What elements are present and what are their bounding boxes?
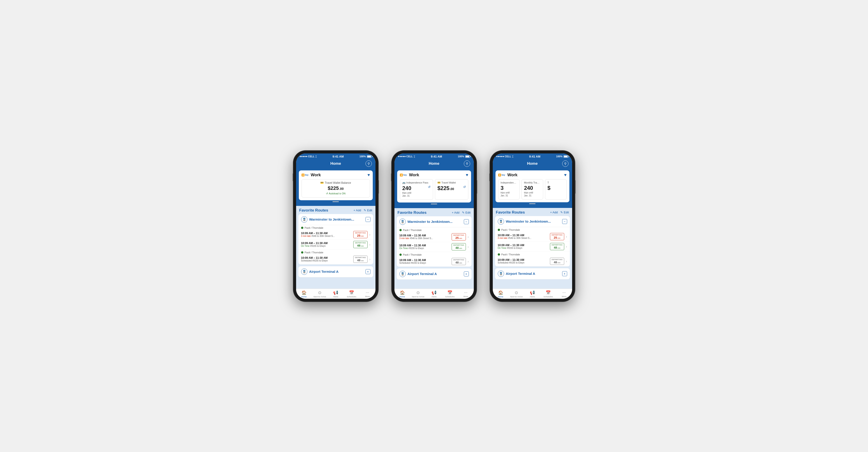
- tab-next-to-arrive[interactable]: ⊙Next-to-Arrive: [410, 289, 426, 299]
- card-header: ɸkeyWork♥: [400, 173, 468, 177]
- trip-row[interactable]: 10:09 AM – 11:30 AMOn Time #9155 to Elwy…: [397, 242, 471, 252]
- tab-icon-2: 📢: [333, 290, 338, 295]
- refresh-icon[interactable]: ↺: [463, 185, 466, 189]
- favorite-heart-icon[interactable]: ♥: [368, 173, 370, 177]
- phone-screen: CELL⌶9:41 AM100%Home⚲ɸkeyWork♥💳Travel Wa…: [296, 154, 375, 299]
- power-button[interactable]: [575, 180, 576, 194]
- tab-schedules[interactable]: 📅Schedules: [540, 289, 556, 299]
- edit-routes-button[interactable]: ✎ Edit: [462, 211, 470, 214]
- tab-alerts[interactable]: 📢Alerts: [524, 289, 540, 299]
- trip-row[interactable]: 10:09 AM – 11:30 AMOn Time #9155 to Elwy…: [298, 240, 373, 250]
- favorite-heart-icon[interactable]: ♥: [564, 173, 567, 177]
- line-label: Paoli / Thorndale: [397, 227, 471, 232]
- tab-label-2: Alerts: [333, 296, 338, 298]
- profile-icon[interactable]: ⚲: [464, 160, 470, 167]
- transit-card: ɸkeyWork♥💳Travel Wallet Balance$225.00↺A…: [299, 170, 373, 200]
- route-train-icon: 🚆: [301, 216, 307, 223]
- card-scroll-indicator: [397, 202, 471, 205]
- line-dot: [498, 253, 500, 256]
- routes-title: Favorite Routes: [496, 210, 525, 215]
- tab-home[interactable]: 🏠Home: [296, 289, 312, 299]
- routes-title: Favorite Routes: [398, 211, 427, 215]
- expand-route-button[interactable]: +: [562, 271, 567, 276]
- add-route-button[interactable]: + Add: [452, 211, 460, 214]
- tab-next-to-arrive[interactable]: ⊙Next-to-Arrive: [312, 289, 328, 299]
- page-title: Home: [330, 161, 341, 166]
- chevron-right-icon: ›: [566, 235, 567, 238]
- tab-more[interactable]: ···More: [556, 289, 572, 299]
- tab-bar: 🏠Home⊙Next-to-Arrive📢Alerts📅Schedules···…: [493, 289, 572, 299]
- route-name: Warminster to Jenkintown...: [506, 220, 551, 223]
- trip-row[interactable]: 10:09 AM – 11:30 AM3 min late #546 to 30…: [397, 232, 471, 242]
- tab-schedules[interactable]: 📅Schedules: [344, 289, 360, 299]
- route-name: Airport Terminal A: [506, 272, 535, 276]
- tab-home[interactable]: 🏠Home: [493, 289, 508, 299]
- nav-bar: Home⚲: [395, 160, 474, 168]
- tab-icon-4: ···: [562, 290, 566, 295]
- main-content: Favorite Routes+ Add✎ Edit🚆Warminster to…: [493, 208, 572, 289]
- tab-next-to-arrive[interactable]: ⊙Next-to-Arrive: [508, 289, 524, 299]
- chevron-right-icon: ›: [369, 257, 370, 261]
- tab-more[interactable]: ···More: [360, 289, 375, 299]
- collapse-route-button[interactable]: −: [562, 219, 567, 224]
- route-name: Airport Terminal A: [408, 272, 437, 276]
- power-button[interactable]: [378, 180, 379, 194]
- edit-routes-button[interactable]: ✎ Edit: [560, 211, 569, 214]
- favorite-heart-icon[interactable]: ♥: [466, 173, 468, 177]
- edit-routes-button[interactable]: ✎ Edit: [364, 208, 372, 212]
- key-logo-row: ɸkeyWork: [302, 173, 321, 177]
- tab-label-0: Home: [400, 296, 405, 298]
- route-train-icon: 🚆: [498, 218, 504, 225]
- tab-schedules[interactable]: 📅Schedules: [442, 289, 458, 299]
- trip-row[interactable]: 10:09 AM – 11:30 AMOn Time #9155 to Elwy…: [495, 242, 570, 252]
- card-scroll-indicator: [495, 202, 569, 205]
- tab-more[interactable]: ···More: [458, 289, 473, 299]
- line-name: Paoli / Thorndale: [305, 226, 323, 229]
- trip-row[interactable]: 10:09 AM – 11:30 AMScheduled #9155 to El…: [397, 257, 471, 267]
- trip-row[interactable]: 10:09 AM – 11:30 AMScheduled #9155 to El…: [298, 255, 373, 264]
- wallet-cards: 🚌Independence Pass240↺trips until Jan. 3…: [400, 179, 468, 200]
- trip-time: 10:09 AM – 11:30 AM: [301, 241, 352, 245]
- depart-badge: DEPARTING48min: [353, 256, 368, 263]
- collapse-route-button[interactable]: −: [366, 217, 370, 222]
- add-route-button[interactable]: + Add: [353, 208, 361, 212]
- route-card-header: 🚆Warminster to Jenkintown...−: [397, 216, 471, 227]
- collapse-route-button[interactable]: −: [464, 219, 469, 224]
- refresh-icon[interactable]: ↺: [428, 185, 431, 189]
- tab-icon-0: 🏠: [302, 290, 307, 295]
- trip-row[interactable]: 10:09 AM – 11:30 AM3 min late #546 to 30…: [495, 232, 570, 242]
- profile-icon[interactable]: ⚲: [562, 160, 568, 167]
- chevron-right-icon: ›: [468, 260, 469, 263]
- power-button[interactable]: [476, 180, 477, 194]
- trip-row[interactable]: 10:09 AM – 11:30 AM3 min late #546 to 30…: [298, 230, 373, 240]
- route-train-icon: 🚆: [399, 219, 406, 225]
- tab-alerts[interactable]: 📢Alerts: [328, 289, 344, 299]
- depart-badge: DEPARTING25min: [550, 233, 564, 240]
- routes-header: Favorite Routes+ Add✎ Edit: [493, 208, 572, 216]
- status-battery-area: 100%: [360, 155, 372, 158]
- status-battery-area: 100%: [458, 155, 470, 158]
- trip-row[interactable]: 10:09 AM – 11:30 AMScheduled #9155 to El…: [495, 257, 570, 266]
- add-route-button[interactable]: + Add: [550, 211, 558, 214]
- tab-alerts[interactable]: 📢Alerts: [426, 289, 442, 299]
- tab-icon-3: 📅: [349, 290, 354, 295]
- scene: CELL⌶9:41 AM100%Home⚲ɸkeyWork♥💳Travel Wa…: [284, 142, 584, 311]
- route-card-0: 🚆Warminster to Jenkintown...−Paoli / Tho…: [495, 216, 570, 266]
- status-signal: CELL⌶: [398, 155, 415, 158]
- card-header: ɸkeyWork♥: [498, 173, 567, 177]
- route-card-header: 🚆Airport Terminal A+: [298, 266, 373, 277]
- routes-title: Favorite Routes: [299, 208, 328, 213]
- phone-screen: CELL⌶9:41 AM100%Home⚲ɸkeyWork♥Independen…: [493, 154, 572, 299]
- trip-time: 10:09 AM – 11:30 AM: [399, 244, 450, 247]
- trip-time: 10:09 AM – 11:30 AM: [498, 258, 548, 261]
- line-dot: [301, 251, 303, 254]
- tab-home[interactable]: 🏠Home: [395, 289, 410, 299]
- routes-section: Favorite Routes+ Add✎ Edit🚆Warminster to…: [493, 208, 572, 289]
- trip-status: 3 min late #546 to 30th Street S...: [498, 237, 548, 239]
- expand-route-button[interactable]: +: [366, 269, 370, 274]
- wallet-card-1: Monthly TransPass240trips until Jan. 31: [522, 179, 543, 199]
- key-logo: ɸkey: [400, 173, 407, 176]
- profile-icon[interactable]: ⚲: [366, 160, 372, 167]
- expand-route-button[interactable]: +: [464, 271, 469, 277]
- tab-label-2: Alerts: [432, 296, 437, 298]
